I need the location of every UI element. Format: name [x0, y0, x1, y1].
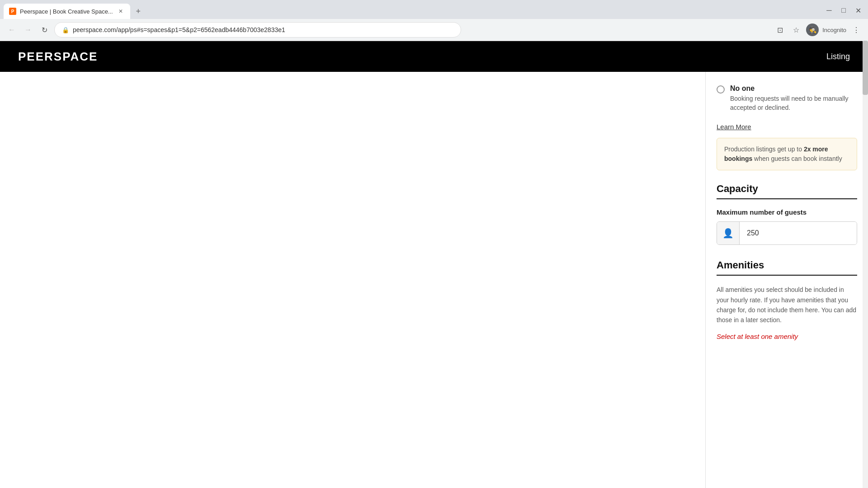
capacity-section: Capacity Maximum number of guests 👤: [717, 183, 857, 245]
no-one-section: No one Booking requests will need to be …: [717, 81, 857, 112]
bookmark-icon[interactable]: ☆: [790, 23, 802, 36]
amenities-divider: [717, 275, 857, 276]
browser-right-controls: ⊡ ☆ 🕵 Incognito ⋮: [774, 23, 863, 36]
listing-nav-link[interactable]: Listing: [826, 52, 850, 61]
max-guests-label: Maximum number of guests: [717, 208, 857, 216]
close-window-button[interactable]: ✕: [852, 4, 864, 17]
lock-icon: 🔒: [62, 27, 69, 33]
forward-button[interactable]: →: [22, 23, 34, 36]
minimize-button[interactable]: ─: [823, 4, 835, 17]
site-header: PEERSPACE Listing: [0, 41, 868, 72]
amenity-error-message: Select at least one amenity: [717, 333, 857, 340]
guests-input-wrapper: 👤: [717, 221, 857, 245]
promo-box: Production listings get up to 2x more bo…: [717, 138, 857, 170]
no-one-content: No one Booking requests will need to be …: [730, 84, 857, 112]
main-content: No one Booking requests will need to be …: [0, 72, 868, 488]
capacity-title: Capacity: [717, 183, 857, 195]
incognito-label: Incognito: [822, 27, 846, 33]
promo-text-start: Production listings get up to: [724, 145, 804, 153]
back-button[interactable]: ←: [5, 23, 18, 36]
no-one-title: No one: [730, 84, 857, 93]
browser-chrome: P Peerspace | Book Creative Space... ✕ +…: [0, 0, 868, 41]
incognito-avatar: 🕵: [806, 23, 819, 36]
tab-favicon: P: [9, 8, 16, 15]
left-panel: [0, 72, 705, 488]
max-guests-input[interactable]: [740, 222, 857, 244]
no-one-radio[interactable]: [717, 85, 725, 94]
amenities-section: Amenities All amenities you select shoul…: [717, 259, 857, 340]
peerspace-logo[interactable]: PEERSPACE: [18, 50, 98, 64]
new-tab-button[interactable]: +: [132, 5, 145, 18]
reload-button[interactable]: ↻: [38, 23, 51, 36]
right-panel: No one Booking requests will need to be …: [705, 72, 868, 488]
tab-close-button[interactable]: ✕: [117, 7, 125, 15]
maximize-button[interactable]: □: [837, 4, 850, 17]
no-one-description: Booking requests will need to be manuall…: [730, 94, 857, 112]
address-bar[interactable]: 🔒 peerspace.com/app/ps#s=spaces&p1=5&p2=…: [54, 22, 461, 38]
url-text: peerspace.com/app/ps#s=spaces&p1=5&p2=65…: [73, 26, 285, 33]
amenities-title: Amenities: [717, 259, 857, 271]
promo-text-end: when guests can book instantly: [752, 155, 842, 162]
learn-more-link[interactable]: Learn More: [717, 123, 857, 131]
scrollbar-thumb[interactable]: [863, 41, 868, 95]
capacity-divider: [717, 198, 857, 199]
active-tab[interactable]: P Peerspace | Book Creative Space... ✕: [4, 4, 130, 19]
scrollbar-track: [863, 41, 868, 488]
guests-person-icon: 👤: [717, 222, 740, 244]
address-bar-row: ← → ↻ 🔒 peerspace.com/app/ps#s=spaces&p1…: [0, 19, 868, 41]
more-menu-button[interactable]: ⋮: [850, 23, 863, 36]
tab-title: Peerspace | Book Creative Space...: [20, 8, 113, 15]
tab-bar: P Peerspace | Book Creative Space... ✕ +…: [0, 0, 868, 19]
app-wrapper: PEERSPACE Listing No one Booking request…: [0, 41, 868, 488]
amenities-description: All amenities you select should be inclu…: [717, 285, 857, 325]
cast-icon[interactable]: ⊡: [774, 23, 786, 36]
profile-icon[interactable]: 🕵: [806, 23, 819, 36]
